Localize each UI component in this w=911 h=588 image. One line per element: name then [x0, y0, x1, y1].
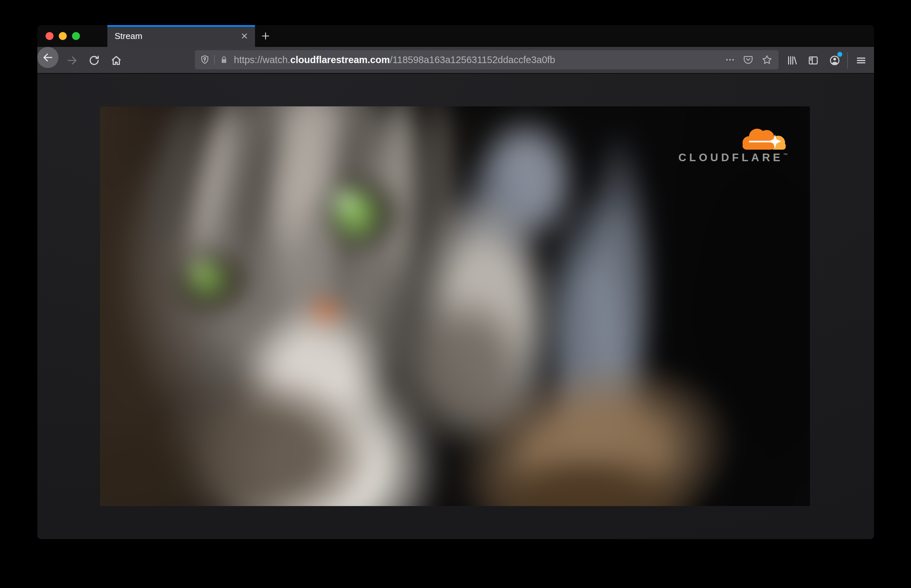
- new-tab-button[interactable]: [259, 29, 272, 43]
- save-to-pocket-button[interactable]: [743, 54, 754, 65]
- tracking-protection-shield-icon[interactable]: [199, 54, 210, 65]
- macos-close-button[interactable]: [45, 32, 53, 40]
- video-art-blob: [467, 450, 704, 506]
- tab-bar: Stream: [37, 25, 874, 47]
- urlbar-separator: [214, 55, 215, 65]
- account-notification-dot: [837, 52, 842, 57]
- toolbar-separator: [847, 52, 848, 69]
- url-prefix: https://watch.: [234, 55, 290, 65]
- arrow-right-icon: [66, 54, 78, 67]
- sidebar-icon: [808, 55, 819, 66]
- video-art-blob: [100, 420, 206, 506]
- cloudflare-logo-text: CLOUDFLARE™: [678, 151, 788, 164]
- lock-icon[interactable]: [218, 54, 229, 65]
- macos-minimize-button[interactable]: [59, 32, 67, 40]
- library-icon: [787, 55, 798, 66]
- account-button[interactable]: [827, 53, 842, 68]
- url-bar[interactable]: https://watch.cloudflarestream.com/11859…: [195, 50, 779, 69]
- star-icon: [761, 54, 773, 65]
- close-tab-icon[interactable]: [239, 30, 250, 42]
- library-button[interactable]: [785, 53, 800, 68]
- video-player[interactable]: CLOUDFLARE™: [100, 107, 810, 506]
- tab-title: Stream: [115, 25, 142, 47]
- reload-icon: [88, 55, 100, 66]
- arrow-left-icon: [42, 51, 54, 64]
- cat-video-frame-art: [100, 107, 810, 506]
- url-text: https://watch.cloudflarestream.com/11859…: [234, 50, 555, 69]
- trademark-symbol: ™: [783, 152, 788, 158]
- plus-icon: [260, 31, 271, 41]
- macos-zoom-button[interactable]: [72, 32, 80, 40]
- navigation-toolbar: https://watch.cloudflarestream.com/11859…: [37, 47, 874, 74]
- menu-button[interactable]: [854, 53, 868, 68]
- tab-stream[interactable]: Stream: [107, 25, 255, 47]
- cloudflare-cloud-logo-icon: [737, 125, 788, 150]
- desktop: { "browser": { "tab": { "title": "Stream…: [0, 0, 911, 588]
- back-button[interactable]: [37, 47, 58, 68]
- cloudflare-wordmark: CLOUDFLARE: [678, 151, 783, 163]
- video-art-blob: [189, 260, 208, 280]
- pocket-icon: [743, 55, 753, 65]
- page-content: CLOUDFLARE™: [37, 74, 874, 539]
- browser-window: Stream: [37, 25, 874, 539]
- reload-button[interactable]: [87, 53, 102, 68]
- home-button[interactable]: [109, 53, 124, 68]
- bookmark-star-button[interactable]: [761, 54, 773, 65]
- hamburger-icon: [856, 55, 867, 66]
- url-path: /118598a163a125631152ddaccfe3a0fb: [390, 55, 555, 65]
- page-actions-button[interactable]: [724, 54, 736, 65]
- forward-button[interactable]: [65, 53, 79, 68]
- sidebar-toggle-button[interactable]: [806, 53, 821, 68]
- ellipsis-icon: [725, 55, 735, 65]
- url-domain: cloudflarestream.com: [290, 55, 390, 65]
- home-icon: [110, 55, 122, 66]
